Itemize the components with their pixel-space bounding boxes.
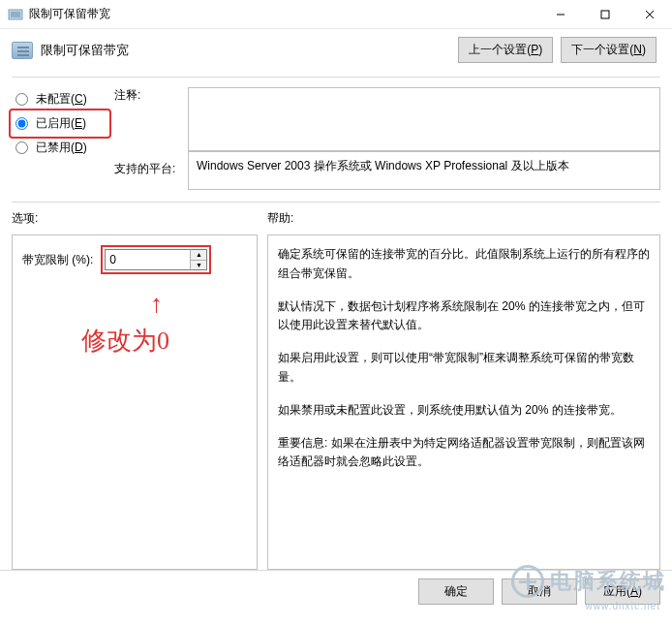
spinner-buttons: ▲ ▼ [190,249,207,270]
bandwidth-limit-highlight: ▲ ▼ [101,245,211,274]
help-label: 帮助: [267,210,293,227]
radio-not-configured-input[interactable] [15,93,28,106]
policy-title: 限制可保留带宽 [41,42,129,59]
apply-button[interactable]: 应用(A) [585,578,660,605]
cancel-button[interactable]: 取消 [502,578,577,605]
titlebar: 限制可保留带宽 [0,0,672,29]
help-p0: 确定系统可保留的连接带宽的百分比。此值限制系统上运行的所有程序的组合带宽保留。 [278,245,650,284]
window-title: 限制可保留带宽 [29,6,538,22]
comment-label: 注释: [114,87,182,104]
spinner-down[interactable]: ▼ [191,261,206,270]
comment-textarea[interactable] [188,87,660,151]
options-panel: 带宽限制 (%): ▲ ▼ [12,234,258,570]
ok-button[interactable]: 确定 [418,578,494,605]
radio-not-configured[interactable]: 未配置(C) [12,87,108,111]
divider [12,77,660,78]
close-button[interactable] [627,0,672,28]
dialog-buttons: 确定 取消 应用(A) [0,570,672,612]
help-p4: 重要信息: 如果在注册表中为特定网络适配器设置带宽限制，则配置该网络适配器时就会… [278,434,650,473]
state-radios: 未配置(C) 已启用(E) 已禁用(D) [12,87,108,160]
help-p3: 如果禁用或未配置此设置，则系统使用默认值为 20% 的连接带宽。 [278,401,650,421]
window-buttons [538,0,672,28]
divider-2 [12,202,660,203]
maximize-button[interactable] [583,0,627,28]
app-icon [8,7,23,22]
radio-enabled-input[interactable] [15,117,28,130]
radio-disabled-input[interactable] [15,141,28,154]
header-row: 限制可保留带宽 上一个设置(P) 下一个设置(N) [0,29,672,77]
next-setting-button[interactable]: 下一个设置(N) [561,37,657,63]
minimize-button[interactable] [538,0,583,28]
help-panel: 确定系统可保留的连接带宽的百分比。此值限制系统上运行的所有程序的组合带宽保留。 … [267,234,660,570]
lower-section: 带宽限制 (%): ▲ ▼ 确定系统可保留的连接带宽的百分比。此值限制系统上运行… [0,234,672,570]
bandwidth-limit-input[interactable] [105,249,190,270]
bandwidth-limit-label: 带宽限制 (%): [22,252,93,268]
radio-enabled[interactable]: 已启用(E) [12,111,108,136]
svg-rect-5 [601,11,609,18]
platform-text: Windows Server 2003 操作系统或 Windows XP Pro… [197,159,569,172]
upper-section: 未配置(C) 已启用(E) 已禁用(D) 注释: 支持的平台: Windows … [0,87,672,190]
prev-setting-button[interactable]: 上一个设置(P) [458,37,553,63]
help-p2: 如果启用此设置，则可以使用“带宽限制”框来调整系统可保留的带宽数量。 [278,349,650,388]
options-label: 选项: [12,210,267,227]
platform-box: Windows Server 2003 操作系统或 Windows XP Pro… [188,151,660,190]
options-help-labels: 选项: 帮助: [0,210,672,234]
help-p1: 默认情况下，数据包计划程序将系统限制在 20% 的连接带宽之内，但可以使用此设置… [278,297,650,336]
platform-label: 支持的平台: [114,151,182,177]
policy-icon [12,42,33,59]
radio-disabled[interactable]: 已禁用(D) [12,136,108,160]
spinner-up[interactable]: ▲ [191,250,206,261]
